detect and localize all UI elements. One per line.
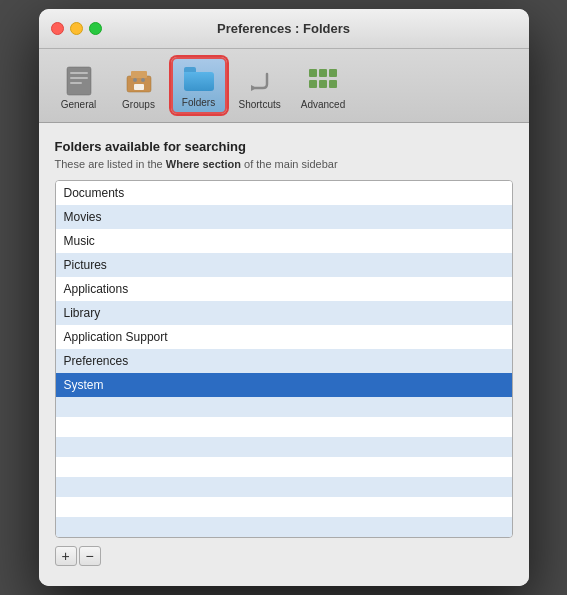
svg-rect-13 [309, 80, 317, 88]
folder-list: DocumentsMoviesMusicPicturesApplications… [55, 180, 513, 538]
svg-rect-14 [319, 80, 327, 88]
list-item[interactable] [56, 397, 512, 417]
list-item[interactable]: Pictures [56, 253, 512, 277]
subtitle-text-end: of the main sidebar [241, 158, 338, 170]
list-item[interactable]: Library [56, 301, 512, 325]
list-item[interactable] [56, 497, 512, 517]
folders-icon [183, 63, 215, 95]
svg-rect-12 [329, 69, 337, 77]
svg-rect-3 [70, 82, 82, 84]
section-subtitle: These are listed in the Where section of… [55, 158, 513, 170]
folders-label: Folders [182, 97, 215, 108]
svg-rect-15 [329, 80, 337, 88]
toolbar: General Groups [39, 49, 529, 123]
list-item[interactable]: Documents [56, 181, 512, 205]
close-button[interactable] [51, 22, 64, 35]
subtitle-link: Where section [166, 158, 241, 170]
groups-icon [123, 65, 155, 97]
svg-rect-11 [319, 69, 327, 77]
list-item[interactable]: Movies [56, 205, 512, 229]
minimize-button[interactable] [70, 22, 83, 35]
svg-rect-2 [70, 77, 88, 79]
add-folder-button[interactable]: + [55, 546, 77, 566]
list-item[interactable] [56, 437, 512, 457]
list-item[interactable]: Preferences [56, 349, 512, 373]
window-title: Preferences : Folders [217, 21, 350, 36]
toolbar-item-groups[interactable]: Groups [111, 61, 167, 114]
svg-marker-9 [251, 85, 257, 91]
svg-point-8 [141, 78, 145, 82]
list-item[interactable]: System [56, 373, 512, 397]
svg-point-7 [133, 78, 137, 82]
bottom-bar: + − [55, 538, 513, 570]
advanced-icon [307, 65, 339, 97]
shortcuts-icon [244, 65, 276, 97]
list-item[interactable] [56, 517, 512, 537]
svg-rect-10 [309, 69, 317, 77]
list-item[interactable]: Application Support [56, 325, 512, 349]
general-icon [63, 65, 95, 97]
list-item[interactable] [56, 417, 512, 437]
shortcuts-label: Shortcuts [239, 99, 281, 110]
titlebar: Preferences : Folders [39, 9, 529, 49]
svg-rect-0 [67, 67, 91, 95]
traffic-lights [51, 22, 102, 35]
general-label: General [61, 99, 97, 110]
toolbar-item-advanced[interactable]: Advanced [293, 61, 353, 114]
svg-rect-5 [131, 71, 147, 78]
section-title: Folders available for searching [55, 139, 513, 154]
groups-label: Groups [122, 99, 155, 110]
toolbar-item-shortcuts[interactable]: Shortcuts [231, 61, 289, 114]
svg-rect-6 [134, 84, 144, 90]
advanced-label: Advanced [301, 99, 345, 110]
remove-folder-button[interactable]: − [79, 546, 101, 566]
svg-rect-1 [70, 72, 88, 74]
maximize-button[interactable] [89, 22, 102, 35]
toolbar-item-folders[interactable]: Folders [171, 57, 227, 114]
toolbar-item-general[interactable]: General [51, 61, 107, 114]
preferences-window: Preferences : Folders General [39, 9, 529, 586]
list-item[interactable]: Applications [56, 277, 512, 301]
list-item[interactable] [56, 477, 512, 497]
list-item[interactable]: Music [56, 229, 512, 253]
list-item[interactable] [56, 457, 512, 477]
subtitle-text-start: These are listed in the [55, 158, 166, 170]
content-area: Folders available for searching These ar… [39, 123, 529, 586]
